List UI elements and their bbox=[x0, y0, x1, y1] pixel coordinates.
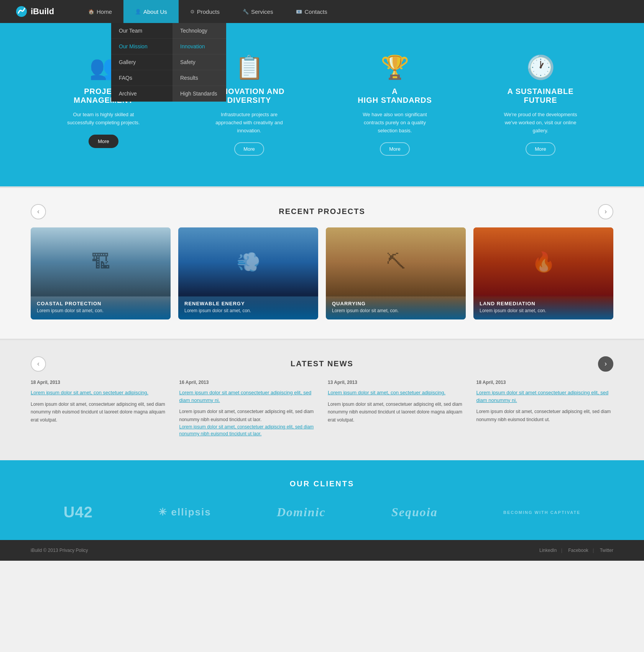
project-desc-0: Lorem ipsum dolor sit amet, con. bbox=[37, 308, 164, 313]
projects-next-button[interactable]: › bbox=[598, 204, 613, 219]
client-logo-captivate[interactable]: BECOMING WITH CAPTIVATE bbox=[503, 510, 580, 515]
news-card-0: 18 April, 2013 Lorem ipsum dolor sit ame… bbox=[31, 380, 168, 441]
dropdown-item-gallery[interactable]: Gallery bbox=[111, 54, 172, 70]
dropdown-item-innovation[interactable]: Innovation bbox=[172, 39, 226, 54]
nav-links: 🏠 Home 👤 About Us ⚙ Products 🔧 Services … bbox=[77, 0, 644, 23]
project-name-1: RENEWABLE ENERGY bbox=[184, 301, 312, 306]
project-overlay-2: QUARRYING Lorem ipsum dolor sit amet, co… bbox=[326, 295, 466, 319]
news-body-1: Lorem ipsum dolor sit amet, consectetuer… bbox=[179, 408, 317, 423]
project-card-3[interactable]: 🔥 LAND REMEDIATION Lorem ipsum dolor sit… bbox=[473, 227, 613, 319]
latest-news-title: LATEST NEWS bbox=[291, 359, 353, 368]
footer-link-linkedin[interactable]: LinkedIn bbox=[539, 548, 557, 553]
hero-btn-2[interactable]: More bbox=[380, 142, 410, 156]
news-card-2: 13 April, 2013 Lorem ipsum dolor sit ame… bbox=[328, 380, 465, 441]
project-overlay-0: COASTAL PROTECTION Lorem ipsum dolor sit… bbox=[31, 295, 171, 319]
nav-products[interactable]: ⚙ Products bbox=[179, 0, 231, 23]
news-extra-link-1[interactable]: Lorem ipsum dolor sit amet, consectetuer… bbox=[179, 423, 317, 437]
clients-title: OUR CLIENTS bbox=[31, 479, 613, 488]
project-overlay-1: RENEWABLE ENERGY Lorem ipsum dolor sit a… bbox=[178, 295, 318, 319]
news-title-2[interactable]: Lorem ipsum dolor sit amet, con sectetue… bbox=[328, 389, 465, 397]
hero-title-2: A HIGH STANDARDS bbox=[356, 87, 433, 105]
news-title-1[interactable]: Lorem ipsum dolor sit amet consectetuer … bbox=[179, 389, 317, 404]
footer-links: LinkedIn | Facebook | Twitter bbox=[536, 548, 613, 553]
footer-link-facebook[interactable]: Facebook bbox=[568, 548, 588, 553]
dropdown-item-safety[interactable]: Safety bbox=[172, 54, 226, 70]
project-card-1[interactable]: 💨 RENEWABLE ENERGY Lorem ipsum dolor sit… bbox=[178, 227, 318, 319]
nav-home[interactable]: 🏠 Home bbox=[77, 0, 123, 23]
dropdown-item-mission[interactable]: Our Mission bbox=[111, 39, 172, 54]
person-icon: 👤 bbox=[135, 9, 141, 15]
svg-point-0 bbox=[16, 6, 27, 17]
brand-logo[interactable]: iBuild bbox=[0, 5, 77, 18]
nav-contacts[interactable]: 📧 Contacts bbox=[284, 0, 338, 23]
projects-prev-button[interactable]: ‹ bbox=[31, 204, 46, 219]
dropdown-col-2: Technology Innovation Safety Results Hig… bbox=[172, 23, 226, 102]
client-logo-sequoia[interactable]: Sequoia bbox=[391, 505, 438, 519]
latest-news-section: ‹ LATEST NEWS › 18 April, 2013 Lorem ips… bbox=[0, 340, 644, 460]
project-name-2: QUARRYING bbox=[332, 301, 460, 306]
dropdown-item-faqs[interactable]: FAQs bbox=[111, 70, 172, 86]
footer-copy: iBuild © 2013 Privacy Policy bbox=[31, 548, 88, 553]
nav-about[interactable]: 👤 About Us bbox=[123, 0, 179, 23]
nav-services[interactable]: 🔧 Services bbox=[231, 0, 285, 23]
brand-name: iBuild bbox=[31, 7, 54, 16]
news-title-3[interactable]: Lorem ipsum dolor sit amet consectetuer … bbox=[476, 389, 614, 404]
recent-projects-header: ‹ RECENT PROJECTS › bbox=[31, 207, 613, 216]
hero-card-3: 🕐 A SUSTAINABLE FUTURE We're proud of th… bbox=[495, 46, 586, 163]
footer: iBuild © 2013 Privacy Policy LinkedIn | … bbox=[0, 540, 644, 561]
client-logo-dominic[interactable]: Dominic bbox=[277, 505, 326, 519]
recent-projects-section: ‹ RECENT PROJECTS › 🏗 COASTAL PROTECTION… bbox=[0, 188, 644, 339]
hero-desc-2: We have also won significant contracts p… bbox=[356, 111, 433, 135]
wrench-icon: 🔧 bbox=[243, 9, 249, 15]
news-date-0: 18 April, 2013 bbox=[31, 380, 168, 385]
about-dropdown: Our Team Our Mission Gallery FAQs Archiv… bbox=[111, 23, 226, 102]
footer-link-twitter[interactable]: Twitter bbox=[600, 548, 613, 553]
dropdown-item-highstandards[interactable]: High Standards bbox=[172, 86, 226, 102]
clients-logos: U42 ✳ ellipsis Dominic Sequoia BECOMING … bbox=[31, 504, 613, 521]
dropdown-item-technology[interactable]: Technology bbox=[172, 23, 226, 39]
dropdown-item-results[interactable]: Results bbox=[172, 70, 226, 86]
project-desc-2: Lorem ipsum dolor sit amet, con. bbox=[332, 308, 460, 313]
clients-section: OUR CLIENTS U42 ✳ ellipsis Dominic Sequo… bbox=[0, 460, 644, 540]
news-next-button[interactable]: › bbox=[598, 356, 613, 372]
dropdown-item-archive[interactable]: Archive bbox=[111, 86, 172, 102]
gear-icon: ⚙ bbox=[190, 9, 195, 15]
projects-grid: 🏗 COASTAL PROTECTION Lorem ipsum dolor s… bbox=[31, 227, 613, 319]
news-prev-button[interactable]: ‹ bbox=[31, 356, 46, 372]
envelope-icon: 📧 bbox=[296, 9, 302, 15]
hero-desc-3: We're proud of the developments we've wo… bbox=[502, 111, 579, 135]
project-name-3: LAND REMEDIATION bbox=[480, 301, 607, 306]
news-card-1: 16 April, 2013 Lorem ipsum dolor sit ame… bbox=[179, 380, 317, 441]
news-body-3: Lorem ipsum dolor sit amet, consectetuer… bbox=[476, 408, 614, 423]
news-date-3: 18 April, 2013 bbox=[476, 380, 614, 385]
news-body-2: Lorem ipsum dolor sit amet, consectetuer… bbox=[328, 400, 465, 424]
recent-projects-title: RECENT PROJECTS bbox=[279, 207, 365, 216]
hero-btn-1[interactable]: More bbox=[234, 142, 264, 156]
client-logo-ellipsis[interactable]: ✳ ellipsis bbox=[158, 506, 211, 518]
hero-btn-0[interactable]: More bbox=[89, 135, 118, 148]
news-card-3: 18 April, 2013 Lorem ipsum dolor sit ame… bbox=[476, 380, 614, 441]
latest-news-header: ‹ LATEST NEWS › bbox=[31, 359, 613, 368]
project-desc-1: Lorem ipsum dolor sit amet, con. bbox=[184, 308, 312, 313]
project-card-0[interactable]: 🏗 COASTAL PROTECTION Lorem ipsum dolor s… bbox=[31, 227, 171, 319]
hero-card-2: 🏆 A HIGH STANDARDS We have also won sign… bbox=[349, 46, 441, 163]
news-title-0[interactable]: Lorem ipsum dolor sit amet, con sectetue… bbox=[31, 389, 168, 397]
client-logo-u42[interactable]: U42 bbox=[64, 504, 93, 521]
project-name-0: COASTAL PROTECTION bbox=[37, 301, 164, 306]
hero-section: 👥 PROJECT MANAGEMENT Our team is highly … bbox=[0, 23, 644, 186]
hero-desc-1: Infrastructure projects are approached w… bbox=[211, 111, 288, 135]
news-body-0: Lorem ipsum dolor sit amet, consectetuer… bbox=[31, 400, 168, 424]
hero-title-3: A SUSTAINABLE FUTURE bbox=[502, 87, 579, 105]
project-overlay-3: LAND REMEDIATION Lorem ipsum dolor sit a… bbox=[473, 295, 613, 319]
project-card-2[interactable]: ⛏ QUARRYING Lorem ipsum dolor sit amet, … bbox=[326, 227, 466, 319]
hero-icon-2: 🏆 bbox=[356, 54, 433, 81]
hero-desc-0: Our team is highly skilled at successful… bbox=[65, 111, 142, 127]
news-date-1: 16 April, 2013 bbox=[179, 380, 317, 385]
navbar: iBuild 🏠 Home 👤 About Us ⚙ Products 🔧 Se… bbox=[0, 0, 644, 23]
dropdown-col-1: Our Team Our Mission Gallery FAQs Archiv… bbox=[111, 23, 172, 102]
dropdown-item-ourteam[interactable]: Our Team bbox=[111, 23, 172, 39]
hero-btn-3[interactable]: More bbox=[526, 142, 555, 156]
project-desc-3: Lorem ipsum dolor sit amet, con. bbox=[480, 308, 607, 313]
news-grid: 18 April, 2013 Lorem ipsum dolor sit ame… bbox=[31, 380, 613, 441]
news-date-2: 13 April, 2013 bbox=[328, 380, 465, 385]
